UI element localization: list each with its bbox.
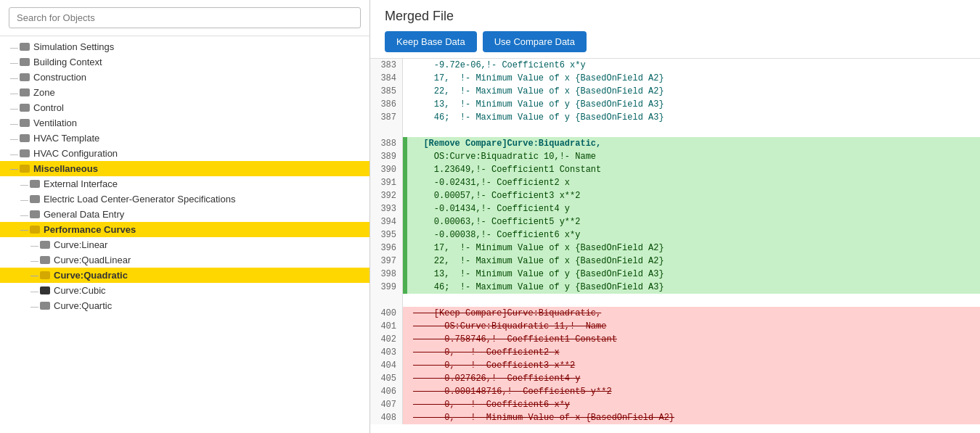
line-number: 383	[370, 59, 403, 72]
sidebar-item-hvac-template[interactable]: — HVAC Template	[0, 131, 369, 146]
line-number: 385	[370, 85, 403, 98]
code-line: 393 -0.01434,!- Coefficient4 y	[370, 202, 980, 215]
line-content: ― [Keep Compare]Curve:Biquadratic,	[407, 307, 980, 320]
line-number: 402	[370, 333, 403, 346]
folder-icon	[20, 149, 30, 157]
line-number: 390	[370, 163, 403, 176]
folder-icon	[30, 210, 40, 218]
line-number: 403	[370, 346, 403, 359]
line-content: ― 0.027626,!― Coefficient4 y	[407, 372, 980, 385]
line-number: 384	[370, 72, 403, 85]
line-content: 46; !- Maximum Value of y {BasedOnField …	[407, 281, 980, 294]
code-line: 391 -0.02431,!- Coefficient2 x	[370, 176, 980, 189]
use-compare-data-button[interactable]: Use Compare Data	[483, 31, 587, 52]
sidebar-item-label: Performance Curves	[44, 224, 136, 235]
folder-icon	[40, 256, 50, 264]
sidebar-item-curve-quadlinear[interactable]: — Curve:QuadLinear	[0, 252, 369, 268]
line-number: 394	[370, 215, 403, 228]
sidebar-item-label: Curve:Quadratic	[54, 270, 128, 281]
btn-group: Keep Base Data Use Compare Data	[385, 31, 965, 52]
sidebar-item-label: General Data Entry	[44, 209, 124, 220]
line-number: 395	[370, 228, 403, 242]
left-panel: — Simulation Settings— Building Context—…	[0, 0, 370, 433]
line-content: 13, !- Minimum Value of y {BasedOnField …	[407, 98, 980, 111]
line-number: 388	[370, 137, 403, 150]
code-line: 390 1.23649,!- Coefficient1 Constant	[370, 163, 980, 176]
code-line: 401 ― OS:Curve:Biquadratic 11,!― Name	[370, 320, 980, 333]
code-line	[370, 294, 980, 307]
code-line: 406 ― 0.000148716,!― Coefficient5 y**2	[370, 385, 980, 398]
sidebar-item-label: HVAC Configuration	[33, 148, 118, 159]
folder-icon	[20, 165, 30, 173]
folder-icon	[20, 104, 30, 112]
code-line: 386 13, !- Minimum Value of y {BasedOnFi…	[370, 98, 980, 111]
folder-icon	[20, 43, 30, 51]
code-line: 397 22, !- Maximum Value of x {BasedOnFi…	[370, 255, 980, 268]
line-number	[370, 124, 403, 137]
line-content: 1.23649,!- Coefficient1 Constant	[407, 163, 980, 176]
sidebar-item-construction[interactable]: — Construction	[0, 70, 369, 85]
line-number: 399	[370, 281, 403, 294]
sidebar-item-label: Simulation Settings	[33, 41, 114, 52]
code-line: 392 0.00057,!- Coefficient3 x**2	[370, 189, 980, 202]
sidebar-item-simulation-settings[interactable]: — Simulation Settings	[0, 39, 369, 54]
folder-icon	[20, 134, 30, 142]
sidebar-item-curve-quartic[interactable]: — Curve:Quartic	[0, 298, 369, 313]
folder-icon	[40, 271, 50, 279]
merged-file-title: Merged File	[385, 9, 965, 24]
sidebar-item-building-context[interactable]: — Building Context	[0, 54, 369, 70]
line-content: -0.01434,!- Coefficient4 y	[407, 202, 980, 215]
line-number: 396	[370, 242, 403, 255]
line-content	[407, 294, 980, 307]
line-content: 22, !- Maximum Value of x {BasedOnField …	[407, 85, 980, 98]
line-content: -0.00038,!- Coefficient6 x*y	[407, 228, 980, 242]
right-panel: Merged File Keep Base Data Use Compare D…	[370, 0, 980, 433]
code-line: 388 [Remove Compare]Curve:Biquadratic,	[370, 137, 980, 150]
code-line: 389 OS:Curve:Biquadratic 10,!- Name	[370, 150, 980, 163]
code-line: 404 ― 0, !― Coefficient3 x**2	[370, 359, 980, 372]
sidebar-item-control[interactable]: — Control	[0, 100, 369, 115]
line-number: 405	[370, 372, 403, 385]
code-line: 408 ― 0, !― Minimum Value of x {BasedOnF…	[370, 411, 980, 424]
folder-icon	[40, 241, 50, 249]
line-content: OS:Curve:Biquadratic 10,!- Name	[407, 150, 980, 163]
line-number: 406	[370, 385, 403, 398]
line-content: ― 0.758746,!― Coefficient1 Constant	[407, 333, 980, 346]
line-content: -9.72e-06,!- Coefficient6 x*y	[407, 59, 980, 72]
code-line: 400 ― [Keep Compare]Curve:Biquadratic,	[370, 307, 980, 320]
tree-area: — Simulation Settings— Building Context—…	[0, 36, 369, 433]
code-line: 387 46; !- Maximum Value of y {BasedOnFi…	[370, 111, 980, 124]
sidebar-item-curve-linear[interactable]: — Curve:Linear	[0, 237, 369, 252]
sidebar-item-miscellaneous[interactable]: — Miscellaneous	[0, 161, 369, 176]
line-content: 0.00057,!- Coefficient3 x**2	[407, 189, 980, 202]
line-number: 387	[370, 111, 403, 124]
search-input[interactable]	[9, 7, 361, 28]
folder-icon	[30, 226, 40, 234]
sidebar-item-label: Miscellaneous	[33, 163, 98, 174]
sidebar-item-external-interface[interactable]: — External Interface	[0, 176, 369, 191]
sidebar-item-electric-load[interactable]: — Electric Load Center-Generator Specifi…	[0, 191, 369, 207]
sidebar-item-hvac-configuration[interactable]: — HVAC Configuration	[0, 146, 369, 161]
line-number: 408	[370, 411, 403, 424]
sidebar-item-curve-cubic[interactable]: — Curve:Cubic	[0, 283, 369, 298]
sidebar-item-ventilation[interactable]: — Ventilation	[0, 115, 369, 131]
sidebar-item-general-data-entry[interactable]: — General Data Entry	[0, 207, 369, 222]
line-number: 386	[370, 98, 403, 111]
folder-icon	[40, 302, 50, 310]
keep-base-data-button[interactable]: Keep Base Data	[385, 31, 477, 52]
line-number	[370, 294, 403, 307]
line-content: 17, !- Minimum Value of x {BasedOnField …	[407, 242, 980, 255]
line-content: 0.00063,!- Coefficient5 y**2	[407, 215, 980, 228]
code-area[interactable]: 383 -9.72e-06,!- Coefficient6 x*y384 17,…	[370, 59, 980, 433]
sidebar-item-zone[interactable]: — Zone	[0, 85, 369, 100]
sidebar-item-curve-quadratic[interactable]: — Curve:Quadratic	[0, 268, 369, 283]
line-content: 22, !- Maximum Value of x {BasedOnField …	[407, 255, 980, 268]
folder-icon	[20, 119, 30, 127]
sidebar-item-label: Curve:Cubic	[54, 285, 106, 296]
sidebar-item-label: Construction	[33, 72, 86, 83]
code-line	[370, 124, 980, 137]
line-number: 391	[370, 176, 403, 189]
code-line: 399 46; !- Maximum Value of y {BasedOnFi…	[370, 281, 980, 294]
line-number: 407	[370, 398, 403, 411]
sidebar-item-performance-curves[interactable]: — Performance Curves	[0, 222, 369, 237]
